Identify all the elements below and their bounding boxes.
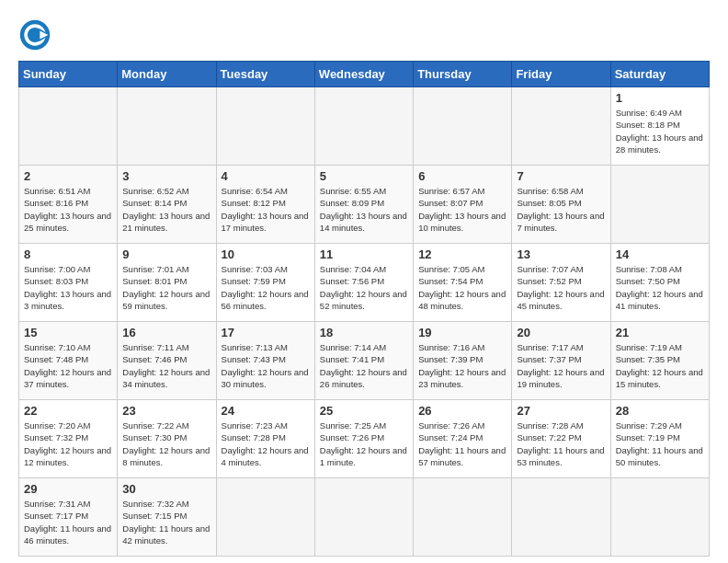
sunrise: Sunrise: 7:25 AM	[320, 419, 408, 431]
daylight: Daylight: 12 hours and 56 minutes.	[222, 288, 310, 313]
day-info: Sunrise: 7:26 AM Sunset: 7:24 PM Dayligh…	[418, 419, 506, 468]
sunset: Sunset: 7:22 PM	[517, 431, 605, 443]
sunrise: Sunrise: 6:55 AM	[320, 185, 408, 197]
sunset: Sunset: 7:50 PM	[616, 275, 704, 287]
sunrise: Sunrise: 6:57 AM	[418, 185, 506, 197]
day-number: 28	[616, 404, 704, 418]
daylight: Daylight: 12 hours and 59 minutes.	[122, 288, 210, 313]
sunset: Sunset: 7:24 PM	[418, 431, 506, 443]
sunset: Sunset: 8:12 PM	[222, 197, 310, 209]
day-info: Sunrise: 7:08 AM Sunset: 7:50 PM Dayligh…	[616, 263, 704, 312]
calendar-cell: 27 Sunrise: 7:28 AM Sunset: 7:22 PM Dayl…	[512, 400, 610, 478]
sunset: Sunset: 7:30 PM	[122, 431, 210, 443]
sunset: Sunset: 8:09 PM	[320, 197, 408, 209]
sunrise: Sunrise: 6:58 AM	[517, 185, 605, 197]
sunrise: Sunrise: 7:01 AM	[122, 263, 210, 275]
sunset: Sunset: 7:54 PM	[418, 275, 506, 287]
weekday-tuesday: Tuesday	[216, 62, 314, 87]
weekday-saturday: Saturday	[610, 62, 709, 87]
daylight: Daylight: 13 hours and 28 minutes.	[616, 132, 704, 156]
daylight: Daylight: 13 hours and 17 minutes.	[222, 210, 310, 235]
calendar-cell	[19, 87, 118, 166]
daylight: Daylight: 12 hours and 26 minutes.	[320, 366, 408, 391]
daylight: Daylight: 12 hours and 41 minutes.	[616, 288, 704, 313]
calendar-cell: 9 Sunrise: 7:01 AM Sunset: 8:01 PM Dayli…	[118, 244, 216, 322]
calendar-cell: 20 Sunrise: 7:17 AM Sunset: 7:37 PM Dayl…	[512, 322, 610, 400]
sunset: Sunset: 7:43 PM	[222, 353, 310, 365]
sunset: Sunset: 7:28 PM	[222, 431, 310, 443]
daylight: Daylight: 12 hours and 23 minutes.	[418, 366, 506, 391]
day-info: Sunrise: 6:49 AM Sunset: 8:18 PM Dayligh…	[616, 107, 704, 155]
day-info: Sunrise: 7:17 AM Sunset: 7:37 PM Dayligh…	[517, 341, 605, 390]
day-number: 26	[418, 404, 506, 418]
day-info: Sunrise: 7:28 AM Sunset: 7:22 PM Dayligh…	[517, 419, 605, 468]
calendar-cell: 29 Sunrise: 7:31 AM Sunset: 7:17 PM Dayl…	[19, 478, 118, 557]
calendar-cell: 26 Sunrise: 7:26 AM Sunset: 7:24 PM Dayl…	[414, 400, 512, 478]
day-info: Sunrise: 7:22 AM Sunset: 7:30 PM Dayligh…	[122, 419, 210, 468]
day-number: 7	[517, 169, 605, 183]
daylight: Daylight: 12 hours and 30 minutes.	[222, 366, 310, 391]
daylight: Daylight: 13 hours and 21 minutes.	[122, 210, 210, 235]
calendar-cell	[314, 478, 413, 557]
calendar-cell: 8 Sunrise: 7:00 AM Sunset: 8:03 PM Dayli…	[19, 244, 118, 322]
daylight: Daylight: 11 hours and 57 minutes.	[418, 444, 506, 469]
calendar-cell: 22 Sunrise: 7:20 AM Sunset: 7:32 PM Dayl…	[19, 400, 118, 478]
calendar-cell: 28 Sunrise: 7:29 AM Sunset: 7:19 PM Dayl…	[610, 400, 709, 478]
calendar-week-1: 2 Sunrise: 6:51 AM Sunset: 8:16 PM Dayli…	[19, 166, 710, 244]
day-number: 6	[418, 169, 506, 183]
sunrise: Sunrise: 7:10 AM	[24, 341, 112, 353]
calendar-cell	[610, 478, 709, 557]
day-number: 4	[222, 169, 310, 183]
sunrise: Sunrise: 6:49 AM	[616, 107, 704, 119]
sunset: Sunset: 8:03 PM	[24, 275, 112, 287]
day-info: Sunrise: 7:11 AM Sunset: 7:46 PM Dayligh…	[122, 341, 210, 390]
calendar-cell	[414, 87, 512, 166]
sunset: Sunset: 7:17 PM	[24, 510, 112, 522]
sunset: Sunset: 7:35 PM	[616, 353, 704, 365]
sunrise: Sunrise: 7:03 AM	[222, 263, 310, 275]
sunset: Sunset: 7:52 PM	[517, 275, 605, 287]
day-info: Sunrise: 7:25 AM Sunset: 7:26 PM Dayligh…	[320, 419, 408, 468]
daylight: Daylight: 13 hours and 7 minutes.	[517, 210, 605, 235]
calendar-week-5: 29 Sunrise: 7:31 AM Sunset: 7:17 PM Dayl…	[19, 478, 710, 557]
calendar-cell: 30 Sunrise: 7:32 AM Sunset: 7:15 PM Dayl…	[118, 478, 216, 557]
calendar-cell	[610, 166, 709, 244]
sunrise: Sunrise: 7:28 AM	[517, 419, 605, 431]
calendar-cell: 18 Sunrise: 7:14 AM Sunset: 7:41 PM Dayl…	[314, 322, 413, 400]
day-number: 27	[517, 404, 605, 418]
sunset: Sunset: 7:37 PM	[517, 353, 605, 365]
sunrise: Sunrise: 7:22 AM	[122, 419, 210, 431]
calendar-cell	[512, 478, 610, 557]
calendar-cell: 21 Sunrise: 7:19 AM Sunset: 7:35 PM Dayl…	[610, 322, 709, 400]
day-info: Sunrise: 7:32 AM Sunset: 7:15 PM Dayligh…	[122, 498, 210, 546]
calendar-cell	[512, 87, 610, 166]
day-info: Sunrise: 6:52 AM Sunset: 8:14 PM Dayligh…	[122, 185, 210, 234]
day-info: Sunrise: 7:04 AM Sunset: 7:56 PM Dayligh…	[320, 263, 408, 312]
day-info: Sunrise: 7:20 AM Sunset: 7:32 PM Dayligh…	[24, 419, 112, 468]
calendar-cell: 13 Sunrise: 7:07 AM Sunset: 7:52 PM Dayl…	[512, 244, 610, 322]
sunrise: Sunrise: 7:04 AM	[320, 263, 408, 275]
calendar-cell	[414, 478, 512, 557]
sunset: Sunset: 7:19 PM	[616, 431, 704, 443]
logo	[18, 18, 55, 52]
calendar-cell: 14 Sunrise: 7:08 AM Sunset: 7:50 PM Dayl…	[610, 244, 709, 322]
day-info: Sunrise: 7:14 AM Sunset: 7:41 PM Dayligh…	[320, 341, 408, 390]
calendar-cell: 10 Sunrise: 7:03 AM Sunset: 7:59 PM Dayl…	[216, 244, 314, 322]
daylight: Daylight: 11 hours and 46 minutes.	[24, 523, 112, 547]
calendar-cell: 24 Sunrise: 7:23 AM Sunset: 7:28 PM Dayl…	[216, 400, 314, 478]
daylight: Daylight: 12 hours and 12 minutes.	[24, 444, 112, 469]
calendar-cell	[216, 478, 314, 557]
day-number: 24	[222, 404, 310, 418]
daylight: Daylight: 12 hours and 1 minute.	[320, 444, 408, 469]
sunrise: Sunrise: 7:26 AM	[418, 419, 506, 431]
daylight: Daylight: 12 hours and 4 minutes.	[222, 444, 310, 469]
sunset: Sunset: 7:26 PM	[320, 431, 408, 443]
daylight: Daylight: 13 hours and 10 minutes.	[418, 210, 506, 235]
sunrise: Sunrise: 7:23 AM	[222, 419, 310, 431]
calendar-cell: 11 Sunrise: 7:04 AM Sunset: 7:56 PM Dayl…	[314, 244, 413, 322]
daylight: Daylight: 13 hours and 25 minutes.	[24, 210, 112, 235]
weekday-wednesday: Wednesday	[314, 62, 413, 87]
calendar-cell: 3 Sunrise: 6:52 AM Sunset: 8:14 PM Dayli…	[118, 166, 216, 244]
day-info: Sunrise: 6:51 AM Sunset: 8:16 PM Dayligh…	[24, 185, 112, 234]
sunrise: Sunrise: 7:19 AM	[616, 341, 704, 353]
